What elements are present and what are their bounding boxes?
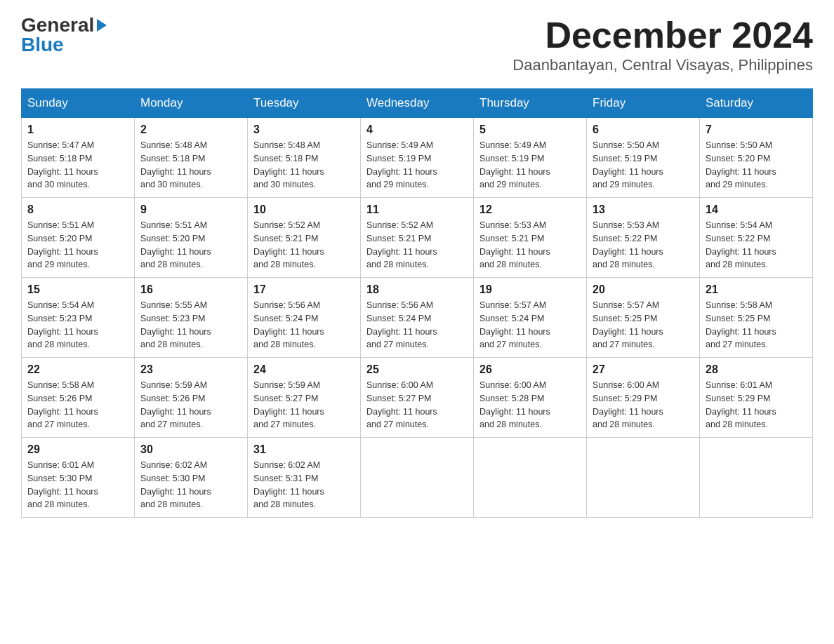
day-info: Sunrise: 5:56 AMSunset: 5:24 PMDaylight:… — [253, 299, 355, 351]
day-number: 3 — [253, 123, 355, 136]
day-number: 11 — [366, 203, 468, 216]
day-info: Sunrise: 5:50 AMSunset: 5:20 PMDaylight:… — [706, 139, 807, 192]
day-info: Sunrise: 5:52 AMSunset: 5:21 PMDaylight:… — [253, 219, 355, 271]
calendar-day-cell: 15Sunrise: 5:54 AMSunset: 5:23 PMDayligh… — [22, 278, 135, 358]
day-info: Sunrise: 5:58 AMSunset: 5:25 PMDaylight:… — [706, 299, 807, 351]
day-number: 24 — [253, 363, 355, 376]
calendar-day-cell — [474, 438, 587, 518]
day-number: 31 — [253, 443, 355, 456]
day-info: Sunrise: 5:54 AMSunset: 5:23 PMDaylight:… — [27, 299, 128, 351]
day-info: Sunrise: 6:00 AMSunset: 5:29 PMDaylight:… — [593, 379, 694, 431]
header-wednesday: Wednesday — [361, 89, 474, 118]
calendar-day-cell — [700, 438, 813, 518]
header-thursday: Thursday — [474, 89, 587, 118]
calendar-day-cell: 18Sunrise: 5:56 AMSunset: 5:24 PMDayligh… — [361, 278, 474, 358]
calendar-day-cell — [361, 438, 474, 518]
calendar-day-cell — [587, 438, 700, 518]
day-info: Sunrise: 5:49 AMSunset: 5:19 PMDaylight:… — [479, 139, 581, 192]
calendar-day-cell: 7Sunrise: 5:50 AMSunset: 5:20 PMDaylight… — [700, 118, 813, 198]
calendar-day-cell: 22Sunrise: 5:58 AMSunset: 5:26 PMDayligh… — [22, 358, 135, 438]
day-number: 21 — [706, 283, 807, 296]
day-number: 28 — [706, 363, 807, 376]
calendar-day-cell: 3Sunrise: 5:48 AMSunset: 5:18 PMDaylight… — [248, 118, 361, 198]
calendar-week-row: 29Sunrise: 6:01 AMSunset: 5:30 PMDayligh… — [22, 438, 813, 518]
calendar-day-cell: 14Sunrise: 5:54 AMSunset: 5:22 PMDayligh… — [700, 198, 813, 278]
header-sunday: Sunday — [22, 89, 135, 118]
day-number: 17 — [253, 283, 355, 296]
day-info: Sunrise: 6:01 AMSunset: 5:29 PMDaylight:… — [706, 379, 807, 431]
calendar-day-cell: 23Sunrise: 5:59 AMSunset: 5:26 PMDayligh… — [135, 358, 248, 438]
day-number: 18 — [366, 283, 468, 296]
day-info: Sunrise: 5:48 AMSunset: 5:18 PMDaylight:… — [253, 139, 355, 192]
header-monday: Monday — [135, 89, 248, 118]
day-number: 27 — [593, 363, 694, 376]
logo-triangle-icon — [97, 19, 107, 32]
day-info: Sunrise: 5:51 AMSunset: 5:20 PMDaylight:… — [27, 219, 128, 271]
calendar-day-cell: 17Sunrise: 5:56 AMSunset: 5:24 PMDayligh… — [248, 278, 361, 358]
header: General Blue December 2024 Daanbantayan,… — [21, 14, 813, 74]
day-number: 12 — [479, 203, 581, 216]
calendar-table: Sunday Monday Tuesday Wednesday Thursday… — [21, 88, 813, 518]
day-number: 13 — [593, 203, 694, 216]
day-number: 22 — [27, 363, 128, 376]
day-number: 9 — [140, 203, 241, 216]
calendar-day-cell: 10Sunrise: 5:52 AMSunset: 5:21 PMDayligh… — [248, 198, 361, 278]
day-info: Sunrise: 5:53 AMSunset: 5:21 PMDaylight:… — [479, 219, 581, 271]
calendar-day-cell: 9Sunrise: 5:51 AMSunset: 5:20 PMDaylight… — [135, 198, 248, 278]
day-number: 15 — [27, 283, 128, 296]
day-number: 7 — [706, 123, 807, 136]
calendar-week-row: 22Sunrise: 5:58 AMSunset: 5:26 PMDayligh… — [22, 358, 813, 438]
calendar-day-cell: 5Sunrise: 5:49 AMSunset: 5:19 PMDaylight… — [474, 118, 587, 198]
calendar-day-cell: 8Sunrise: 5:51 AMSunset: 5:20 PMDaylight… — [22, 198, 135, 278]
calendar-day-cell: 20Sunrise: 5:57 AMSunset: 5:25 PMDayligh… — [587, 278, 700, 358]
calendar-week-row: 8Sunrise: 5:51 AMSunset: 5:20 PMDaylight… — [22, 198, 813, 278]
day-number: 4 — [366, 123, 468, 136]
calendar-day-cell: 12Sunrise: 5:53 AMSunset: 5:21 PMDayligh… — [474, 198, 587, 278]
day-number: 25 — [366, 363, 468, 376]
day-info: Sunrise: 5:57 AMSunset: 5:25 PMDaylight:… — [593, 299, 694, 351]
day-info: Sunrise: 5:53 AMSunset: 5:22 PMDaylight:… — [593, 219, 694, 271]
day-number: 20 — [593, 283, 694, 296]
day-number: 8 — [27, 203, 128, 216]
day-info: Sunrise: 5:50 AMSunset: 5:19 PMDaylight:… — [593, 139, 694, 192]
day-info: Sunrise: 6:01 AMSunset: 5:30 PMDaylight:… — [27, 459, 128, 511]
calendar-day-cell: 24Sunrise: 5:59 AMSunset: 5:27 PMDayligh… — [248, 358, 361, 438]
calendar-day-cell: 30Sunrise: 6:02 AMSunset: 5:30 PMDayligh… — [135, 438, 248, 518]
day-info: Sunrise: 5:51 AMSunset: 5:20 PMDaylight:… — [140, 219, 241, 271]
day-number: 19 — [479, 283, 581, 296]
day-info: Sunrise: 5:52 AMSunset: 5:21 PMDaylight:… — [366, 219, 468, 271]
calendar-day-cell: 19Sunrise: 5:57 AMSunset: 5:24 PMDayligh… — [474, 278, 587, 358]
day-info: Sunrise: 6:02 AMSunset: 5:30 PMDaylight:… — [140, 459, 241, 511]
day-number: 30 — [140, 443, 241, 456]
day-number: 2 — [140, 123, 241, 136]
calendar-day-cell: 11Sunrise: 5:52 AMSunset: 5:21 PMDayligh… — [361, 198, 474, 278]
calendar-header-row: Sunday Monday Tuesday Wednesday Thursday… — [22, 89, 813, 118]
day-info: Sunrise: 5:55 AMSunset: 5:23 PMDaylight:… — [140, 299, 241, 351]
day-number: 1 — [27, 123, 128, 136]
calendar-day-cell: 31Sunrise: 6:02 AMSunset: 5:31 PMDayligh… — [248, 438, 361, 518]
calendar-day-cell: 4Sunrise: 5:49 AMSunset: 5:19 PMDaylight… — [361, 118, 474, 198]
calendar-day-cell: 13Sunrise: 5:53 AMSunset: 5:22 PMDayligh… — [587, 198, 700, 278]
day-info: Sunrise: 6:00 AMSunset: 5:27 PMDaylight:… — [366, 379, 468, 431]
calendar-day-cell: 1Sunrise: 5:47 AMSunset: 5:18 PMDaylight… — [22, 118, 135, 198]
logo: General Blue — [21, 14, 107, 56]
day-info: Sunrise: 5:54 AMSunset: 5:22 PMDaylight:… — [706, 219, 807, 271]
header-saturday: Saturday — [700, 89, 813, 118]
header-tuesday: Tuesday — [248, 89, 361, 118]
calendar-day-cell: 2Sunrise: 5:48 AMSunset: 5:18 PMDaylight… — [135, 118, 248, 198]
day-info: Sunrise: 5:59 AMSunset: 5:27 PMDaylight:… — [253, 379, 355, 431]
day-number: 5 — [479, 123, 581, 136]
day-number: 14 — [706, 203, 807, 216]
day-number: 26 — [479, 363, 581, 376]
calendar-day-cell: 26Sunrise: 6:00 AMSunset: 5:28 PMDayligh… — [474, 358, 587, 438]
month-year-title: December 2024 — [512, 14, 813, 56]
day-number: 16 — [140, 283, 241, 296]
calendar-week-row: 1Sunrise: 5:47 AMSunset: 5:18 PMDaylight… — [22, 118, 813, 198]
title-section: December 2024 Daanbantayan, Central Visa… — [512, 14, 813, 74]
day-info: Sunrise: 6:00 AMSunset: 5:28 PMDaylight:… — [479, 379, 581, 431]
day-info: Sunrise: 6:02 AMSunset: 5:31 PMDaylight:… — [253, 459, 355, 511]
location-subtitle: Daanbantayan, Central Visayas, Philippin… — [512, 56, 813, 74]
calendar-week-row: 15Sunrise: 5:54 AMSunset: 5:23 PMDayligh… — [22, 278, 813, 358]
calendar-day-cell: 6Sunrise: 5:50 AMSunset: 5:19 PMDaylight… — [587, 118, 700, 198]
calendar-day-cell: 28Sunrise: 6:01 AMSunset: 5:29 PMDayligh… — [700, 358, 813, 438]
